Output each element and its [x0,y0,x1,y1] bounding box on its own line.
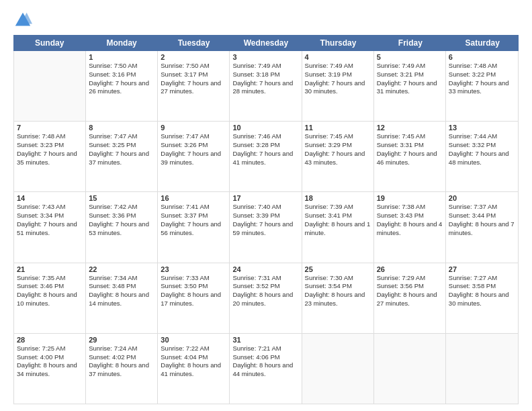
sunset: Sunset: 3:44 PM [449,212,515,220]
sunset: Sunset: 3:19 PM [305,71,371,79]
sunset: Sunset: 4:02 PM [89,353,154,362]
daylight: Daylight: 8 hours and 1 minute. [305,220,371,238]
calendar-cell: 15Sunrise: 7:42 AMSunset: 3:36 PMDayligh… [86,192,158,262]
sunrise: Sunrise: 7:48 AM [449,62,515,71]
sunset: Sunset: 3:54 PM [305,282,371,291]
sunset: Sunset: 3:34 PM [17,212,83,220]
daylight: Daylight: 7 hours and 33 minutes. [449,79,515,97]
day-number: 30 [161,336,226,344]
header [13,11,519,30]
calendar-cell: 9Sunrise: 7:47 AMSunset: 3:26 PMDaylight… [158,122,230,191]
page: SundayMondayTuesdayWednesdayThursdayFrid… [0,0,532,411]
sunrise: Sunrise: 7:41 AM [161,203,226,212]
calendar-body-wrapper: 1Sunrise: 7:50 AMSunset: 3:16 PMDaylight… [13,51,519,404]
sunrise: Sunrise: 7:42 AM [89,203,154,212]
sunrise: Sunrise: 7:48 AM [17,132,83,141]
calendar-cell: 7Sunrise: 7:48 AMSunset: 3:23 PMDaylight… [14,122,86,191]
sunrise: Sunrise: 7:50 AM [89,62,154,71]
day-number: 17 [232,194,298,202]
sunrise: Sunrise: 7:24 AM [89,345,154,353]
sunrise: Sunrise: 7:31 AM [232,274,298,283]
sunrise: Sunrise: 7:46 AM [232,132,298,141]
sunset: Sunset: 3:56 PM [377,282,443,291]
sunset: Sunset: 3:21 PM [377,71,443,79]
calendar-cell [446,334,518,404]
sunrise: Sunrise: 7:45 AM [377,132,443,141]
daylight: Daylight: 8 hours and 34 minutes. [17,361,83,379]
calendar-header-cell: Thursday [302,35,374,51]
day-number: 28 [17,336,83,344]
calendar-body: 1Sunrise: 7:50 AMSunset: 3:16 PMDaylight… [14,51,518,404]
day-number: 12 [377,124,443,132]
sunrise: Sunrise: 7:34 AM [89,274,154,283]
day-number: 15 [89,194,154,202]
day-number: 3 [232,53,298,61]
calendar-cell: 21Sunrise: 7:35 AMSunset: 3:46 PMDayligh… [14,263,86,333]
sunrise: Sunrise: 7:49 AM [232,62,298,71]
day-number: 29 [89,336,154,344]
sunset: Sunset: 3:32 PM [449,141,515,150]
day-number: 5 [377,53,443,61]
calendar-cell: 1Sunrise: 7:50 AMSunset: 3:16 PMDaylight… [86,51,158,121]
calendar-cell: 12Sunrise: 7:45 AMSunset: 3:31 PMDayligh… [374,122,446,191]
calendar-cell: 5Sunrise: 7:49 AMSunset: 3:21 PMDaylight… [374,51,446,121]
calendar-cell: 3Sunrise: 7:49 AMSunset: 3:18 PMDaylight… [230,51,302,121]
day-number: 16 [161,194,226,202]
logo-icon [13,11,32,30]
day-number: 18 [305,194,371,202]
calendar-cell: 30Sunrise: 7:22 AMSunset: 4:04 PMDayligh… [158,334,230,404]
sunset: Sunset: 3:36 PM [89,212,154,220]
daylight: Daylight: 7 hours and 53 minutes. [89,220,154,238]
daylight: Daylight: 8 hours and 27 minutes. [377,291,443,308]
day-number: 26 [377,265,443,273]
day-number: 25 [305,265,371,273]
sunrise: Sunrise: 7:39 AM [305,203,371,212]
sunset: Sunset: 3:29 PM [305,141,371,150]
day-number: 27 [449,265,515,273]
daylight: Daylight: 8 hours and 44 minutes. [232,361,298,379]
sunset: Sunset: 4:00 PM [17,353,83,362]
calendar-cell: 22Sunrise: 7:34 AMSunset: 3:48 PMDayligh… [86,263,158,333]
sunrise: Sunrise: 7:47 AM [89,132,154,141]
day-number: 6 [449,53,515,61]
daylight: Daylight: 7 hours and 28 minutes. [232,79,298,97]
calendar-cell: 2Sunrise: 7:50 AMSunset: 3:17 PMDaylight… [158,51,230,121]
daylight: Daylight: 7 hours and 31 minutes. [377,79,443,97]
daylight: Daylight: 7 hours and 41 minutes. [232,150,298,167]
calendar-cell: 31Sunrise: 7:21 AMSunset: 4:06 PMDayligh… [230,334,302,404]
day-number: 31 [232,336,298,344]
day-number: 20 [449,194,515,202]
daylight: Daylight: 7 hours and 51 minutes. [17,220,83,238]
daylight: Daylight: 8 hours and 4 minutes. [377,220,443,238]
day-number: 4 [305,53,371,61]
sunrise: Sunrise: 7:44 AM [449,132,515,141]
sunrise: Sunrise: 7:43 AM [17,203,83,212]
daylight: Daylight: 8 hours and 17 minutes. [161,291,226,308]
calendar-cell: 24Sunrise: 7:31 AMSunset: 3:52 PMDayligh… [230,263,302,333]
day-number: 8 [89,124,154,132]
sunset: Sunset: 3:58 PM [449,282,515,291]
calendar-cell: 6Sunrise: 7:48 AMSunset: 3:22 PMDaylight… [446,51,518,121]
day-number: 21 [17,265,83,273]
sunset: Sunset: 4:04 PM [161,353,226,362]
sunset: Sunset: 3:16 PM [89,71,154,79]
sunrise: Sunrise: 7:33 AM [161,274,226,283]
sunset: Sunset: 3:37 PM [161,212,226,220]
sunset: Sunset: 3:22 PM [449,71,515,79]
calendar-cell: 23Sunrise: 7:33 AMSunset: 3:50 PMDayligh… [158,263,230,333]
calendar-header-cell: Sunday [13,35,85,51]
calendar-row: 28Sunrise: 7:25 AMSunset: 4:00 PMDayligh… [14,334,518,404]
sunset: Sunset: 3:17 PM [161,71,226,79]
calendar-header-cell: Saturday [447,35,519,51]
sunrise: Sunrise: 7:22 AM [161,345,226,353]
sunrise: Sunrise: 7:29 AM [377,274,443,283]
logo [13,11,35,30]
sunset: Sunset: 3:52 PM [232,282,298,291]
daylight: Daylight: 7 hours and 27 minutes. [161,79,226,97]
sunrise: Sunrise: 7:35 AM [17,274,83,283]
calendar-cell [302,334,374,404]
day-number: 10 [232,124,298,132]
day-number: 19 [377,194,443,202]
daylight: Daylight: 8 hours and 37 minutes. [89,361,154,379]
sunrise: Sunrise: 7:47 AM [161,132,226,141]
